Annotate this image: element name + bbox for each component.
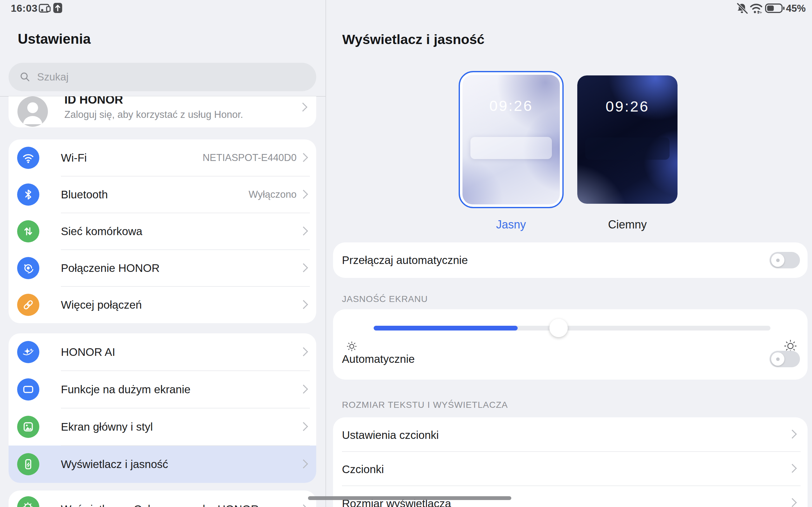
chevron-right-icon xyxy=(299,385,308,394)
theme-option-dark[interactable]: 09:26 xyxy=(577,75,677,204)
sidebar-item-mobile-network[interactable]: Sieć komórkowa xyxy=(9,213,316,250)
auto-theme-card: Przełączaj automatycznie xyxy=(333,242,808,278)
search-bar[interactable] xyxy=(9,63,316,91)
auto-brightness-toggle[interactable] xyxy=(769,351,800,367)
auto-theme-label: Przełączaj automatycznie xyxy=(342,254,468,267)
row-label: Wyświetlacz z Ochroną wzroku HONOR xyxy=(61,503,259,507)
row-label: HONOR AI xyxy=(61,346,115,358)
large-screen-icon xyxy=(17,378,39,400)
chevron-right-icon xyxy=(299,504,308,507)
account-card[interactable]: ID HONOR Zaloguj się, aby korzystać z us… xyxy=(9,96,316,127)
row-label: Czcionki xyxy=(342,463,384,475)
section-brightness: JASNOŚĆ EKRANU xyxy=(342,294,428,304)
preview-clock: 09:26 xyxy=(577,98,677,115)
light-theme-preview: 09:26 xyxy=(462,75,560,205)
account-title: ID HONOR xyxy=(64,96,123,107)
honor-connect-icon xyxy=(17,257,39,279)
row-value: Wyłączono xyxy=(249,189,297,200)
preview-widget xyxy=(470,137,552,159)
chevron-right-icon xyxy=(299,227,308,235)
more-connections-icon xyxy=(17,294,39,316)
font-settings-card: Ustawienia czcionki Czcionki Rozmiar wyś… xyxy=(333,417,808,507)
chevron-right-icon xyxy=(788,498,797,507)
sidebar-item-home-style[interactable]: Ekran główny i styl xyxy=(9,408,316,446)
svg-text:1: 1 xyxy=(757,10,759,14)
sidebar-item-honor-connect[interactable]: Połączenie HONOR xyxy=(9,250,316,286)
row-label: Bluetooth xyxy=(61,188,108,201)
row-value: NETIASPOT-E440D0 xyxy=(203,152,297,164)
sparkle-ai-icon xyxy=(17,341,39,363)
auto-theme-toggle[interactable] xyxy=(769,252,800,268)
chevron-right-icon xyxy=(788,464,797,473)
chevron-right-icon xyxy=(299,263,308,272)
wifi-status-icon: 1 xyxy=(750,3,764,14)
page-title: Wyświetlacz i jasność xyxy=(342,32,485,47)
row-label: Funkcje na dużym ekranie xyxy=(61,383,191,396)
screen-cast-icon xyxy=(39,4,51,13)
chevron-right-icon xyxy=(299,190,308,199)
section-text-size: ROZMIAR TEKSTU I WYŚWIETLACZA xyxy=(342,400,508,410)
row-label: Sieć komórkowa xyxy=(61,225,142,238)
row-label: Ekran główny i styl xyxy=(61,420,153,433)
sidebar-group-display: HONOR AI Funkcje na dużym ekranie Ekran … xyxy=(9,333,316,483)
theme-label-light[interactable]: Jasny xyxy=(457,218,565,231)
avatar xyxy=(17,96,48,127)
search-icon xyxy=(19,71,31,83)
row-label: Wi-Fi xyxy=(61,152,87,164)
eye-comfort-icon xyxy=(17,496,39,507)
chevron-right-icon xyxy=(299,103,307,112)
row-label: Ustawienia czcionki xyxy=(342,429,439,441)
chevron-right-icon xyxy=(299,459,308,468)
chevron-right-icon xyxy=(299,153,308,162)
theme-label-dark[interactable]: Ciemny xyxy=(573,218,681,231)
status-time: 16:03 xyxy=(11,3,38,14)
battery-icon xyxy=(765,3,785,13)
brightness-slider-knob[interactable] xyxy=(549,319,568,337)
brightness-slider[interactable] xyxy=(374,326,770,331)
sidebar-item-bluetooth[interactable]: Bluetooth Wyłączono xyxy=(9,176,316,213)
chevron-right-icon xyxy=(299,300,308,309)
sidebar-group-eye-comfort: Wyświetlacz z Ochroną wzroku HONOR xyxy=(9,491,316,507)
dark-theme-preview: 09:26 xyxy=(577,75,677,204)
home-style-icon xyxy=(17,416,39,438)
gesture-bar[interactable] xyxy=(308,496,511,500)
preview-clock: 09:26 xyxy=(462,97,560,114)
sidebar-title: Ustawienia xyxy=(18,31,91,47)
sidebar-item-honor-ai[interactable]: HONOR AI xyxy=(9,333,316,371)
bluetooth-icon xyxy=(17,183,39,206)
row-font-settings[interactable]: Ustawienia czcionki xyxy=(333,417,808,451)
brightness-card: Automatycznie xyxy=(333,309,808,380)
sidebar-item-display-brightness[interactable]: Wyświetlacz i jasność xyxy=(9,446,316,483)
account-subtitle: Zaloguj się, aby korzystać z usług Honor… xyxy=(64,109,243,120)
notifications-muted-icon xyxy=(736,3,748,14)
pane-divider xyxy=(325,0,326,507)
search-input[interactable] xyxy=(37,71,292,83)
sidebar-item-eye-comfort[interactable]: Wyświetlacz z Ochroną wzroku HONOR xyxy=(9,491,316,507)
brightness-slider-fill xyxy=(374,326,518,331)
wifi-icon xyxy=(17,147,39,169)
preview-widget xyxy=(585,137,670,160)
sidebar-group-connections: Wi-Fi NETIASPOT-E440D0 Bluetooth Wyłączo… xyxy=(9,139,316,323)
brightness-low-icon xyxy=(345,340,358,353)
battery-percent: 45% xyxy=(786,3,806,14)
chevron-right-icon xyxy=(788,430,797,439)
row-label: Połączenie HONOR xyxy=(61,262,159,274)
row-fonts[interactable]: Czcionki xyxy=(333,452,808,486)
sidebar-item-wifi[interactable]: Wi-Fi NETIASPOT-E440D0 xyxy=(9,139,316,176)
chevron-right-icon xyxy=(299,422,308,431)
upload-icon xyxy=(53,3,62,13)
mobile-network-icon xyxy=(17,220,39,242)
chevron-right-icon xyxy=(299,347,308,356)
sidebar-item-more-connections[interactable]: Więcej połączeń xyxy=(9,286,316,323)
theme-option-light[interactable]: 09:26 xyxy=(459,71,564,208)
sidebar-item-large-screen[interactable]: Funkcje na dużym ekranie xyxy=(9,371,316,408)
display-brightness-icon xyxy=(17,453,39,475)
row-label: Wyświetlacz i jasność xyxy=(61,458,168,470)
row-label: Więcej połączeń xyxy=(61,298,142,311)
auto-brightness-label: Automatycznie xyxy=(342,353,415,365)
